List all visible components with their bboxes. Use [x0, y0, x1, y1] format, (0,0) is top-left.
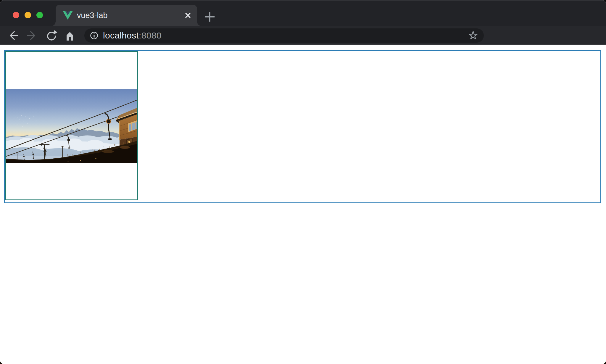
page-content	[0, 45, 606, 364]
home-icon[interactable]	[63, 29, 76, 42]
photo-ski-lift	[6, 89, 137, 163]
browser-window: vue3-lab	[0, 0, 606, 364]
reload-icon[interactable]	[44, 29, 57, 42]
bookmark-star-icon[interactable]	[467, 29, 480, 42]
vue-logo-icon	[63, 11, 73, 20]
url-host: localhost	[103, 30, 139, 40]
traffic-light-minimize-button[interactable]	[25, 12, 31, 18]
back-icon[interactable]	[7, 29, 20, 42]
new-tab-button[interactable]	[204, 12, 215, 22]
tab-close-icon[interactable]	[184, 12, 192, 19]
url-port: :8080	[139, 30, 162, 40]
traffic-light-zoom-button[interactable]	[36, 12, 43, 18]
page-info-icon[interactable]	[90, 31, 99, 40]
tab-vue3-lab[interactable]: vue3-lab	[56, 5, 197, 26]
tab-title: vue3-lab	[77, 5, 108, 26]
toolbar: localhost:8080 {}	[0, 26, 606, 45]
forward-icon[interactable]	[25, 29, 38, 42]
url-text[interactable]: localhost:8080	[103, 28, 162, 43]
tab-strip: vue3-lab	[0, 0, 606, 26]
app-container	[4, 50, 601, 203]
image-card	[5, 51, 138, 200]
address-bar[interactable]: localhost:8080	[84, 28, 484, 43]
traffic-light-close-button[interactable]	[13, 12, 19, 18]
